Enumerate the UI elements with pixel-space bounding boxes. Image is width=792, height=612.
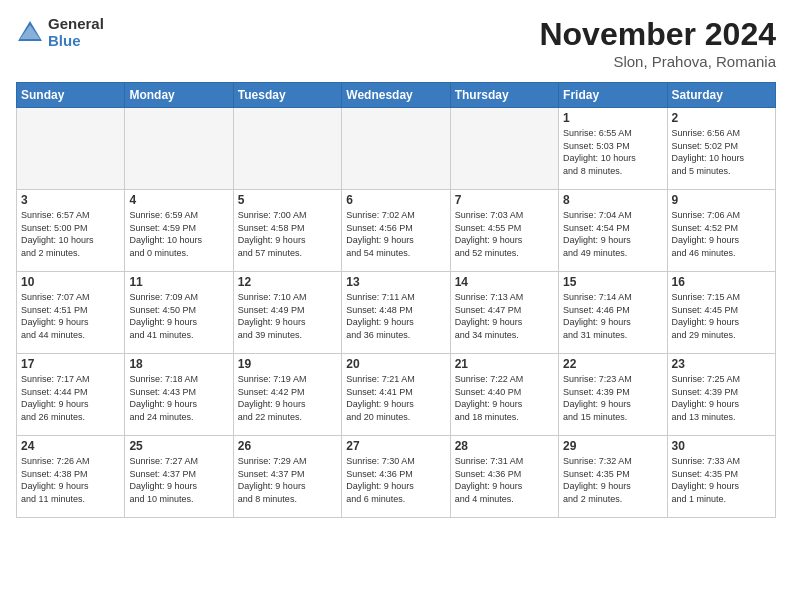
calendar-cell: 26Sunrise: 7:29 AM Sunset: 4:37 PM Dayli… (233, 436, 341, 518)
weekday-header-wednesday: Wednesday (342, 83, 450, 108)
day-number: 19 (238, 357, 337, 371)
calendar-cell: 13Sunrise: 7:11 AM Sunset: 4:48 PM Dayli… (342, 272, 450, 354)
day-info: Sunrise: 7:23 AM Sunset: 4:39 PM Dayligh… (563, 373, 662, 423)
day-number: 30 (672, 439, 771, 453)
day-number: 8 (563, 193, 662, 207)
weekday-header-friday: Friday (559, 83, 667, 108)
calendar-cell: 12Sunrise: 7:10 AM Sunset: 4:49 PM Dayli… (233, 272, 341, 354)
day-number: 22 (563, 357, 662, 371)
day-info: Sunrise: 7:03 AM Sunset: 4:55 PM Dayligh… (455, 209, 554, 259)
calendar-cell (17, 108, 125, 190)
calendar-cell: 8Sunrise: 7:04 AM Sunset: 4:54 PM Daylig… (559, 190, 667, 272)
day-info: Sunrise: 7:27 AM Sunset: 4:37 PM Dayligh… (129, 455, 228, 505)
day-number: 15 (563, 275, 662, 289)
day-info: Sunrise: 6:56 AM Sunset: 5:02 PM Dayligh… (672, 127, 771, 177)
calendar-cell: 30Sunrise: 7:33 AM Sunset: 4:35 PM Dayli… (667, 436, 775, 518)
logo-general-text: General (48, 16, 104, 33)
day-number: 7 (455, 193, 554, 207)
calendar-cell: 17Sunrise: 7:17 AM Sunset: 4:44 PM Dayli… (17, 354, 125, 436)
day-number: 13 (346, 275, 445, 289)
weekday-header-row: SundayMondayTuesdayWednesdayThursdayFrid… (17, 83, 776, 108)
day-number: 10 (21, 275, 120, 289)
day-number: 14 (455, 275, 554, 289)
day-number: 17 (21, 357, 120, 371)
weekday-header-sunday: Sunday (17, 83, 125, 108)
header: General Blue November 2024 Slon, Prahova… (16, 16, 776, 70)
day-info: Sunrise: 7:26 AM Sunset: 4:38 PM Dayligh… (21, 455, 120, 505)
logo: General Blue (16, 16, 104, 49)
week-row-2: 3Sunrise: 6:57 AM Sunset: 5:00 PM Daylig… (17, 190, 776, 272)
day-info: Sunrise: 7:02 AM Sunset: 4:56 PM Dayligh… (346, 209, 445, 259)
calendar-cell: 16Sunrise: 7:15 AM Sunset: 4:45 PM Dayli… (667, 272, 775, 354)
day-number: 28 (455, 439, 554, 453)
day-number: 2 (672, 111, 771, 125)
day-info: Sunrise: 7:10 AM Sunset: 4:49 PM Dayligh… (238, 291, 337, 341)
calendar-cell: 2Sunrise: 6:56 AM Sunset: 5:02 PM Daylig… (667, 108, 775, 190)
location: Slon, Prahova, Romania (539, 53, 776, 70)
calendar-cell: 18Sunrise: 7:18 AM Sunset: 4:43 PM Dayli… (125, 354, 233, 436)
calendar-cell: 7Sunrise: 7:03 AM Sunset: 4:55 PM Daylig… (450, 190, 558, 272)
calendar-cell: 21Sunrise: 7:22 AM Sunset: 4:40 PM Dayli… (450, 354, 558, 436)
day-info: Sunrise: 7:13 AM Sunset: 4:47 PM Dayligh… (455, 291, 554, 341)
calendar-cell: 20Sunrise: 7:21 AM Sunset: 4:41 PM Dayli… (342, 354, 450, 436)
day-number: 29 (563, 439, 662, 453)
day-number: 9 (672, 193, 771, 207)
day-info: Sunrise: 7:14 AM Sunset: 4:46 PM Dayligh… (563, 291, 662, 341)
day-number: 27 (346, 439, 445, 453)
calendar-cell: 11Sunrise: 7:09 AM Sunset: 4:50 PM Dayli… (125, 272, 233, 354)
logo-icon (16, 19, 44, 47)
day-number: 3 (21, 193, 120, 207)
day-info: Sunrise: 7:25 AM Sunset: 4:39 PM Dayligh… (672, 373, 771, 423)
day-number: 5 (238, 193, 337, 207)
day-number: 24 (21, 439, 120, 453)
calendar-cell: 14Sunrise: 7:13 AM Sunset: 4:47 PM Dayli… (450, 272, 558, 354)
day-info: Sunrise: 7:15 AM Sunset: 4:45 PM Dayligh… (672, 291, 771, 341)
calendar-cell: 29Sunrise: 7:32 AM Sunset: 4:35 PM Dayli… (559, 436, 667, 518)
calendar-cell: 25Sunrise: 7:27 AM Sunset: 4:37 PM Dayli… (125, 436, 233, 518)
day-number: 4 (129, 193, 228, 207)
day-info: Sunrise: 7:18 AM Sunset: 4:43 PM Dayligh… (129, 373, 228, 423)
day-number: 25 (129, 439, 228, 453)
logo-text: General Blue (48, 16, 104, 49)
day-info: Sunrise: 7:17 AM Sunset: 4:44 PM Dayligh… (21, 373, 120, 423)
day-info: Sunrise: 7:00 AM Sunset: 4:58 PM Dayligh… (238, 209, 337, 259)
day-number: 26 (238, 439, 337, 453)
calendar-cell (233, 108, 341, 190)
week-row-5: 24Sunrise: 7:26 AM Sunset: 4:38 PM Dayli… (17, 436, 776, 518)
day-info: Sunrise: 7:22 AM Sunset: 4:40 PM Dayligh… (455, 373, 554, 423)
day-info: Sunrise: 7:06 AM Sunset: 4:52 PM Dayligh… (672, 209, 771, 259)
day-info: Sunrise: 7:29 AM Sunset: 4:37 PM Dayligh… (238, 455, 337, 505)
calendar-cell: 28Sunrise: 7:31 AM Sunset: 4:36 PM Dayli… (450, 436, 558, 518)
day-number: 1 (563, 111, 662, 125)
weekday-header-tuesday: Tuesday (233, 83, 341, 108)
calendar-cell: 22Sunrise: 7:23 AM Sunset: 4:39 PM Dayli… (559, 354, 667, 436)
weekday-header-thursday: Thursday (450, 83, 558, 108)
calendar-cell: 1Sunrise: 6:55 AM Sunset: 5:03 PM Daylig… (559, 108, 667, 190)
day-info: Sunrise: 6:55 AM Sunset: 5:03 PM Dayligh… (563, 127, 662, 177)
day-number: 21 (455, 357, 554, 371)
day-info: Sunrise: 7:32 AM Sunset: 4:35 PM Dayligh… (563, 455, 662, 505)
day-info: Sunrise: 6:59 AM Sunset: 4:59 PM Dayligh… (129, 209, 228, 259)
calendar-cell: 6Sunrise: 7:02 AM Sunset: 4:56 PM Daylig… (342, 190, 450, 272)
day-number: 23 (672, 357, 771, 371)
day-info: Sunrise: 7:19 AM Sunset: 4:42 PM Dayligh… (238, 373, 337, 423)
day-info: Sunrise: 7:07 AM Sunset: 4:51 PM Dayligh… (21, 291, 120, 341)
day-info: Sunrise: 7:30 AM Sunset: 4:36 PM Dayligh… (346, 455, 445, 505)
month-title: November 2024 (539, 16, 776, 53)
calendar-cell: 3Sunrise: 6:57 AM Sunset: 5:00 PM Daylig… (17, 190, 125, 272)
calendar-cell: 10Sunrise: 7:07 AM Sunset: 4:51 PM Dayli… (17, 272, 125, 354)
logo-blue-text: Blue (48, 33, 104, 50)
calendar-cell (450, 108, 558, 190)
day-number: 16 (672, 275, 771, 289)
svg-marker-1 (20, 25, 40, 39)
calendar-cell: 9Sunrise: 7:06 AM Sunset: 4:52 PM Daylig… (667, 190, 775, 272)
day-info: Sunrise: 7:33 AM Sunset: 4:35 PM Dayligh… (672, 455, 771, 505)
calendar-cell: 4Sunrise: 6:59 AM Sunset: 4:59 PM Daylig… (125, 190, 233, 272)
day-info: Sunrise: 7:09 AM Sunset: 4:50 PM Dayligh… (129, 291, 228, 341)
calendar-cell: 19Sunrise: 7:19 AM Sunset: 4:42 PM Dayli… (233, 354, 341, 436)
day-number: 6 (346, 193, 445, 207)
day-number: 18 (129, 357, 228, 371)
day-number: 12 (238, 275, 337, 289)
calendar-cell: 23Sunrise: 7:25 AM Sunset: 4:39 PM Dayli… (667, 354, 775, 436)
day-info: Sunrise: 7:21 AM Sunset: 4:41 PM Dayligh… (346, 373, 445, 423)
